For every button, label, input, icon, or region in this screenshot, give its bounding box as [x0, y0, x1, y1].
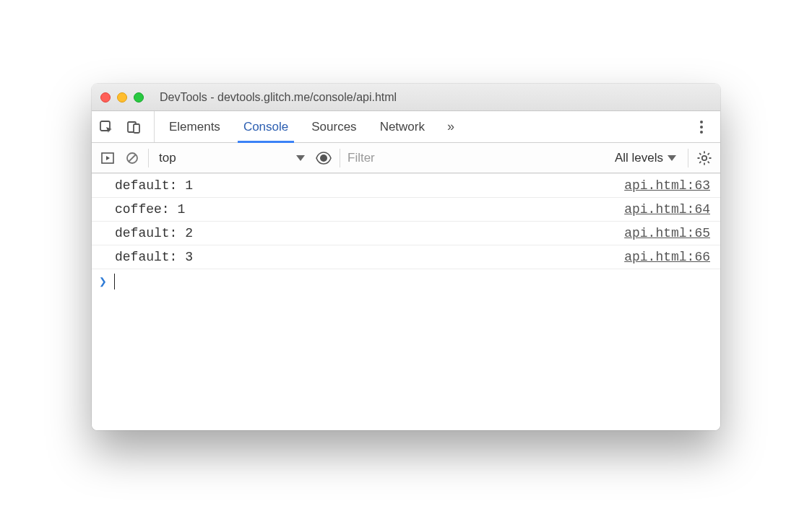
zoom-window-button[interactable] — [134, 92, 144, 103]
tab-console[interactable]: Console — [232, 111, 300, 142]
tab-label: Console — [243, 120, 288, 134]
panel-toolbar: ElementsConsoleSourcesNetwork » — [92, 111, 720, 143]
tab-network[interactable]: Network — [368, 111, 436, 142]
log-source-link[interactable]: api.html:63 — [624, 178, 710, 193]
log-row: default: 2api.html:65 — [92, 222, 720, 245]
log-levels-select[interactable]: All levels — [615, 151, 676, 165]
log-message: default: 1 — [115, 178, 193, 193]
svg-point-7 — [702, 155, 707, 160]
separator — [148, 149, 149, 167]
filter-input[interactable] — [347, 151, 456, 165]
log-source-link[interactable]: api.html:66 — [624, 250, 710, 264]
svg-line-13 — [708, 161, 709, 162]
tab-elements[interactable]: Elements — [157, 111, 232, 142]
chevron-down-icon — [668, 155, 676, 161]
traffic-lights — [100, 92, 144, 103]
log-message: coffee: 1 — [115, 202, 185, 217]
svg-rect-2 — [134, 124, 139, 133]
prompt-chevron-icon: ❯ — [99, 274, 107, 289]
log-row: default: 3api.html:66 — [92, 245, 720, 269]
log-levels-label: All levels — [615, 151, 663, 165]
tab-label: Elements — [169, 120, 220, 134]
close-window-button[interactable] — [100, 92, 111, 103]
console-output: default: 1api.html:63coffee: 1api.html:6… — [92, 173, 720, 430]
console-settings-icon[interactable] — [696, 150, 713, 166]
log-source-link[interactable]: api.html:64 — [624, 202, 710, 217]
window-title: DevTools - devtools.glitch.me/console/ap… — [160, 91, 712, 104]
log-row: default: 1api.html:63 — [92, 173, 720, 198]
console-prompt[interactable]: ❯ — [92, 269, 720, 294]
toggle-sidebar-icon[interactable] — [99, 151, 116, 165]
tab-label: Network — [380, 120, 425, 134]
execution-context-select[interactable]: top — [156, 149, 308, 167]
more-options-button[interactable] — [693, 116, 710, 138]
svg-line-12 — [699, 153, 701, 154]
svg-line-5 — [129, 154, 136, 162]
separator — [340, 149, 340, 167]
separator — [688, 149, 688, 167]
tab-label: Sources — [311, 120, 356, 134]
svg-line-15 — [699, 161, 701, 162]
clear-console-icon[interactable] — [124, 151, 141, 165]
panel-tabs: ElementsConsoleSourcesNetwork — [157, 111, 436, 142]
toolbar-left-group — [98, 111, 155, 142]
console-filter-bar: top All levels — [92, 143, 720, 173]
execution-context-label: top — [159, 151, 176, 165]
svg-line-14 — [708, 153, 709, 154]
log-source-link[interactable]: api.html:65 — [624, 226, 710, 240]
tab-sources[interactable]: Sources — [300, 111, 368, 142]
devtools-window: DevTools - devtools.glitch.me/console/ap… — [92, 84, 720, 430]
log-message: default: 2 — [115, 226, 193, 240]
device-toggle-icon[interactable] — [125, 120, 142, 134]
live-expression-icon[interactable] — [315, 150, 332, 166]
log-message: default: 3 — [115, 250, 193, 264]
chevron-down-icon — [296, 155, 305, 161]
tabs-overflow-button[interactable]: » — [436, 111, 465, 142]
window-titlebar: DevTools - devtools.glitch.me/console/ap… — [92, 84, 720, 111]
svg-point-6 — [320, 154, 327, 162]
log-row: coffee: 1api.html:64 — [92, 198, 720, 222]
toolbar-right-group — [693, 111, 714, 142]
inspect-element-icon[interactable] — [98, 120, 115, 134]
text-cursor — [114, 274, 115, 289]
minimize-window-button[interactable] — [117, 92, 127, 103]
